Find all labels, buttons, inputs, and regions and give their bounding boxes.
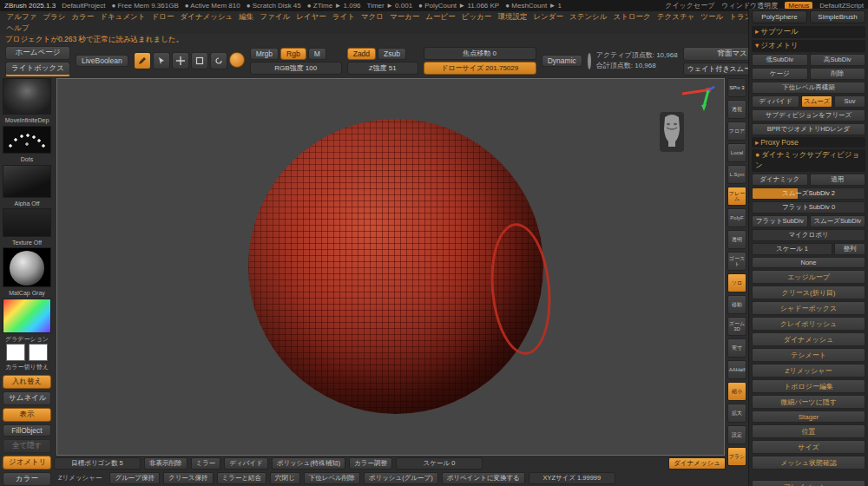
menu-item[interactable]: ブラシ [40,12,69,23]
left-tray-button[interactable]: ジオメトリ [3,456,51,470]
lower-subdiv-button[interactable]: 低SubDiv [752,54,808,66]
document-canvas[interactable] [56,78,725,456]
smooth-toggle[interactable]: スムーズ [801,95,832,108]
draw-pointer-button[interactable] [153,52,170,69]
draw-size-slider[interactable]: ドローサイズ 201.75029 [424,62,536,75]
menu-item[interactable]: 編集 [236,12,257,23]
menu-item[interactable]: ライト [329,12,358,23]
delete-level-button[interactable]: 削除 [810,68,866,80]
scale-button[interactable] [191,52,208,69]
shelf-button[interactable]: AAHalf [727,360,746,379]
bottom-control[interactable]: 穴閉じ [270,472,300,484]
bottom-control[interactable]: スケール 0 [396,457,483,470]
homepage-button[interactable]: ホームページ [5,46,70,60]
tool-simplebrush-tab[interactable]: SimpleBrush [810,10,865,23]
main-color-swatch[interactable] [6,344,25,361]
shelf-button[interactable]: 拡大 [727,404,746,423]
suv-toggle[interactable]: Suv [834,95,865,108]
bottom-control[interactable]: 下位レベル削除 [304,472,360,484]
subpalette-button[interactable]: Stager [752,410,865,423]
subpalette-button[interactable]: クリース(折り目) [752,286,865,299]
flat-subdiv-slider[interactable]: フラットSubDiv 0 [752,201,865,213]
subpalette-button[interactable]: シャドーボックス [752,301,865,315]
shelf-button[interactable]: 設定 [727,425,746,444]
subpalette-button[interactable]: アレイメッシュ [752,480,865,486]
liveboolean-button[interactable]: LiveBoolean [76,55,128,67]
shelf-button[interactable]: 実寸 [727,338,746,358]
subpalette-button[interactable]: エッジループ [752,270,865,284]
subpalette-button[interactable]: クレイポリッシュ [752,317,865,331]
shelf-button[interactable]: ブラシ [727,447,746,466]
left-tray-button[interactable]: サムネイル [3,391,51,405]
zadd-button[interactable]: Zadd [347,48,376,60]
menu-item[interactable]: マーカー [386,12,422,23]
subpalette-button[interactable]: ダイナメッシュ [752,332,865,346]
axis-gizmo[interactable] [668,82,717,112]
brush-thumbnail[interactable] [3,78,51,115]
shelf-button[interactable]: ズーム3D [727,317,746,336]
shelf-button[interactable]: 移動 [727,295,746,314]
rgb-button[interactable]: Rgb [280,48,306,60]
menu-item[interactable]: レイヤー [293,12,330,23]
bottom-control[interactable]: ポリペイントに変換する [442,472,525,484]
menu-item[interactable]: カラー [69,12,97,23]
dynamic-mode-button[interactable]: Dynamic [542,55,582,67]
menu-item[interactable]: テクスチャ [654,12,698,23]
menu-item[interactable]: ダイナメッシュ [177,12,236,23]
micropoly-slider[interactable]: マイクロポリ [752,229,865,241]
shelf-button[interactable]: SPix 3 [727,78,746,97]
menu-item[interactable]: ストローク [610,12,654,23]
subtool-header[interactable]: ▸サブツール [752,26,865,38]
subpalette-button[interactable]: 微細パーツに隠す [752,395,865,409]
shelf-button[interactable]: L.Sym [727,165,746,184]
flat-subdiv-button[interactable]: フラットSubDiv [752,215,808,227]
left-tray-button[interactable]: 全て隠す [3,439,51,453]
apply-button[interactable]: 適用 [810,174,866,186]
alpha-thumbnail[interactable] [3,165,51,198]
edit-object-button[interactable] [134,52,151,69]
divide-button[interactable]: ディバイド [752,95,799,108]
bottom-control[interactable]: ミラーと結合 [217,472,267,484]
shelf-button[interactable]: ソロ [727,273,746,292]
bottom-control[interactable]: カラー調整 [349,457,392,470]
rgb-intensity-slider[interactable]: RGB強度 100 [250,62,342,75]
dynamic-subdiv-header[interactable]: ●ダイナミックサブディビジョン [752,149,865,172]
menu-item[interactable]: ツール [698,12,727,23]
stroke-thumbnail[interactable] [3,126,51,154]
move-button[interactable] [172,52,189,69]
rotate-button[interactable] [210,52,227,69]
left-tray-button[interactable]: 表示 [3,408,51,422]
micropoly-mesh-selector[interactable]: None [752,257,865,268]
shelf-button[interactable]: フレーム [727,187,746,206]
secondary-color-swatch[interactable] [29,344,48,361]
menu-item[interactable]: レンダー [530,12,567,23]
menu-item[interactable]: ドキュメント [97,12,148,23]
proxy-pose-header[interactable]: ▸Proxy Pose [752,137,865,148]
dynamic-button[interactable]: ダイナミック [752,174,808,186]
align-button[interactable]: 整列 [834,243,865,255]
bottom-control[interactable]: 目標ポリゴン数 5 [54,457,141,470]
zsub-button[interactable]: Zsub [378,48,406,60]
mrgb-button[interactable]: Mrgb [250,48,279,60]
bottom-control[interactable]: ポリッシュ(特殊補知) [272,457,345,470]
bottom-control[interactable]: Zリメッシャー [54,473,106,483]
smooth-subdiv-slider[interactable]: スムーズSubDiv 2 [752,187,865,200]
bottom-control[interactable]: ダイナメッシュ [668,457,726,470]
gyro-icon[interactable] [588,53,591,69]
shelf-button[interactable]: 透明 [727,230,746,249]
freeze-subdiv-button[interactable]: サブディビジョンをフリーズ [752,109,865,122]
subpalette-button[interactable]: トポロジー編集 [752,379,865,393]
bottom-control[interactable]: 非表示削除 [144,457,187,470]
bottom-control[interactable]: グループ保持 [109,472,160,484]
subpalette-button[interactable]: サイズ [752,440,865,454]
shelf-button[interactable]: ゴースト [727,252,746,271]
left-tray-button[interactable]: カラー [3,472,51,486]
bottom-control[interactable]: クリース保持 [163,472,214,484]
bottom-control[interactable]: ミラー [191,457,221,470]
reconstruct-subdiv-button[interactable]: 下位レベル再構築 [752,82,865,94]
left-tray-button[interactable]: 入れ替え [3,375,51,389]
bpr-geometry-hd-button[interactable]: BPRでジオメトリHDレンダ [752,123,865,135]
tool-polysphere-tab[interactable]: PolySphere [752,10,807,23]
menu-item[interactable]: ヘルプ [3,23,32,34]
subpalette-button[interactable]: 位置 [752,424,865,438]
